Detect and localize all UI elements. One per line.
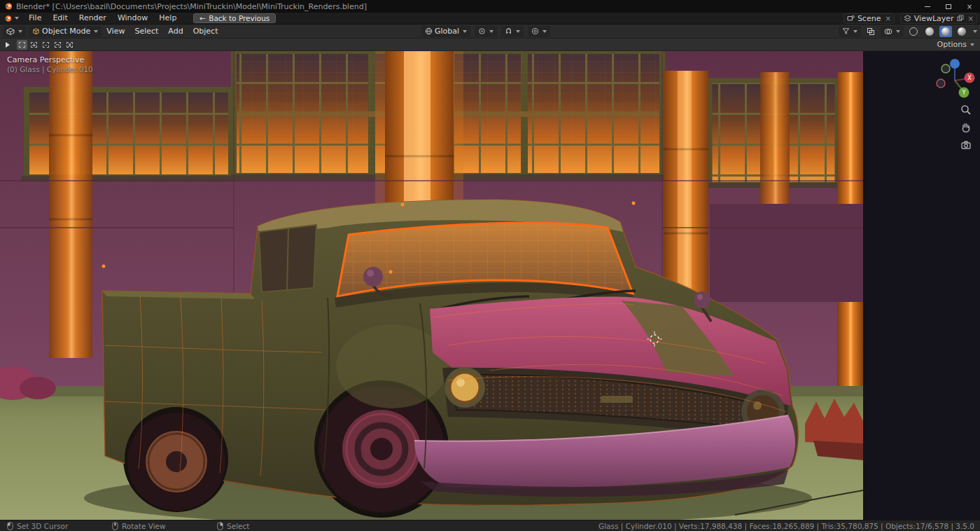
viewlayer-remove-icon[interactable]: × (967, 15, 974, 22)
window-title: Blender* [C:\Users\bazil\Documents\Proje… (16, 2, 367, 11)
chevron-down-icon (970, 43, 974, 46)
viewport-nav-tools (960, 104, 972, 151)
pivot-point-dropdown[interactable] (475, 26, 497, 37)
svg-text:Y: Y (962, 90, 966, 96)
xray-toggle[interactable] (864, 26, 877, 37)
chevron-down-icon (516, 30, 520, 33)
tool-options-dropdown[interactable]: Options (937, 40, 974, 49)
headlight-left[interactable] (444, 367, 485, 408)
xray-icon (867, 27, 875, 36)
viewport-header: Object Mode View Select Add Object Globa… (0, 25, 980, 39)
hint-set-3d-cursor: Set 3D Cursor (7, 522, 105, 530)
svg-text:X: X (967, 75, 972, 81)
copy-icon[interactable] (957, 15, 964, 22)
chevron-down-icon (15, 17, 19, 20)
proportional-editing-toggle[interactable] (528, 26, 550, 37)
hint-select: Select (217, 522, 315, 530)
mouse-right-button-icon (217, 522, 223, 530)
toolbar-expand-icon[interactable] (6, 42, 10, 48)
maximize-button[interactable] (938, 0, 959, 13)
camera-view-icon[interactable] (960, 139, 972, 151)
view-name-label: Camera Perspective (7, 55, 93, 64)
viewlayer-name: ViewLayer (914, 14, 954, 23)
gizmo-z-axis[interactable] (950, 59, 960, 69)
solid-shading-icon (925, 27, 934, 36)
shading-solid-button[interactable] (923, 26, 936, 37)
chevron-down-icon (94, 30, 98, 33)
menu-window[interactable]: Window (112, 13, 153, 24)
selectability-filter-dropdown[interactable] (839, 26, 861, 37)
select-mode-new-button[interactable] (17, 40, 27, 50)
mode-dropdown[interactable]: Object Mode (29, 26, 102, 37)
top-menubar: File Edit Render Window Help ← Back to P… (0, 13, 980, 25)
blender-menu-button[interactable] (0, 15, 23, 22)
funnel-icon (842, 27, 850, 35)
transform-orientation-dropdown[interactable]: Global (421, 26, 470, 37)
viewport-editor-icon (6, 27, 15, 36)
viewport-3d[interactable]: Camera Perspective (0) Glass | Cylinder.… (0, 51, 980, 520)
navigation-gizmo[interactable]: X Y (930, 54, 979, 103)
tool-settings-bar: + - ~ x Options (0, 39, 980, 51)
scene-icon (847, 15, 855, 22)
gizmo-neg-x-axis[interactable] (937, 79, 945, 88)
editor-type-button[interactable] (3, 26, 26, 37)
shading-wireframe-button[interactable] (907, 26, 920, 37)
mouse-left-button-icon (7, 522, 13, 530)
scene-unlink-icon[interactable]: × (883, 15, 890, 22)
gizmo-y-axis[interactable]: Y (959, 88, 969, 98)
overlays-icon (884, 27, 892, 36)
menu-select[interactable]: Select (130, 27, 163, 36)
gizmo-neg-y-axis[interactable] (941, 64, 950, 73)
scene-render[interactable] (0, 51, 863, 520)
statusbar: Set 3D Cursor Rotate View Select Glass |… (0, 520, 980, 531)
active-object-label: (0) Glass | Cylinder.010 (7, 65, 93, 74)
blender-icon (4, 15, 12, 22)
back-to-previous-button[interactable]: ← Back to Previous (193, 13, 276, 23)
pivot-icon (478, 27, 486, 35)
viewport-text-overlay: Camera Perspective (0) Glass | Cylinder.… (7, 55, 93, 74)
menu-add[interactable]: Add (163, 27, 188, 36)
proportional-edit-icon (531, 27, 539, 35)
minimize-button[interactable] (917, 0, 938, 13)
wireframe-shading-icon (909, 27, 918, 36)
menu-file[interactable]: File (23, 13, 47, 24)
titlebar: Blender* [C:\Users\bazil\Documents\Proje… (0, 0, 980, 13)
chevron-down-icon (18, 30, 22, 33)
select-mode-buttons: + - ~ x (17, 40, 75, 50)
viewlayer-selector[interactable]: ViewLayer × (900, 13, 977, 24)
close-button[interactable]: × (959, 0, 980, 13)
overlays-dropdown[interactable] (881, 26, 904, 37)
scene-selector[interactable]: Scene × (844, 13, 895, 24)
rendered-shading-icon (958, 27, 966, 36)
shading-material-button[interactable] (939, 26, 952, 37)
shading-rendered-button[interactable] (955, 26, 968, 37)
blender-window: Blender* [C:\Users\bazil\Documents\Proje… (0, 0, 980, 531)
back-arrow-icon: ← (200, 14, 206, 22)
mouse-middle-button-icon (112, 522, 118, 530)
magnet-icon (505, 27, 512, 35)
select-mode-invert-button[interactable]: ~ (52, 40, 63, 50)
pan-hand-icon[interactable] (960, 122, 972, 133)
scene-statistics: Glass | Cylinder.010 | Verts:17,988,438 … (598, 522, 974, 530)
select-mode-subtract-button[interactable]: - (41, 40, 51, 50)
menu-render[interactable]: Render (74, 13, 112, 24)
menu-view[interactable]: View (102, 27, 130, 36)
menu-object[interactable]: Object (188, 27, 223, 36)
globe-icon (425, 27, 433, 35)
rear-wheel[interactable] (127, 413, 225, 511)
zoom-icon[interactable] (960, 104, 972, 116)
menu-help[interactable]: Help (153, 13, 182, 24)
snap-toggle[interactable] (501, 26, 524, 37)
shading-options-chevron-icon[interactable] (973, 30, 977, 33)
chevron-down-icon (542, 30, 547, 33)
object-mode-icon (32, 27, 40, 35)
chevron-down-icon (489, 30, 493, 33)
select-mode-extend-button[interactable]: + (29, 40, 39, 50)
chevron-down-icon (463, 30, 467, 33)
chevron-down-icon (896, 30, 900, 33)
blender-logo-icon (4, 2, 13, 11)
gizmo-x-axis[interactable]: X (965, 73, 975, 83)
hint-rotate-view: Rotate View (112, 522, 210, 530)
select-mode-intersect-button[interactable]: x (64, 40, 75, 50)
menu-edit[interactable]: Edit (47, 13, 73, 24)
